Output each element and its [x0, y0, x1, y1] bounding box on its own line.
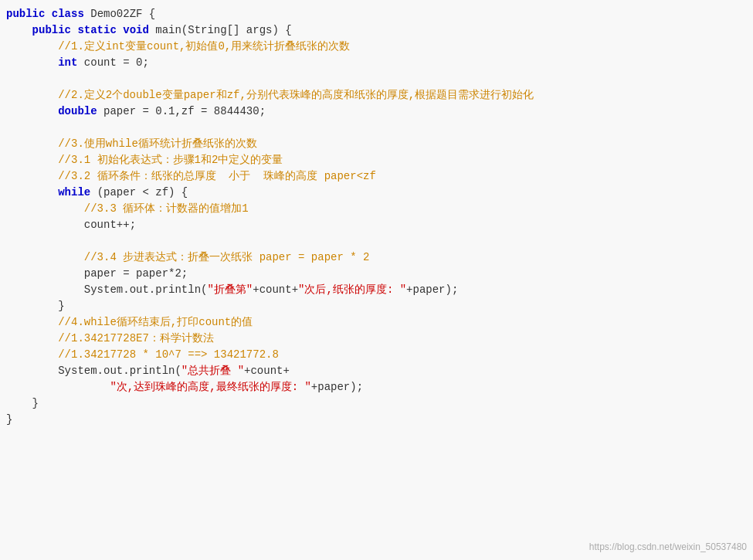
comment: //3.1 初始化表达式：步骤1和2中定义的变量: [6, 152, 283, 168]
plain-code: main(String[] args) {: [149, 22, 292, 39]
comment: //2.定义2个double变量paper和zf,分别代表珠峰的高度和纸张的厚度…: [6, 87, 534, 104]
code-line: paper = paper*2;: [0, 266, 753, 282]
plain-code: [6, 185, 58, 201]
keyword: while: [58, 185, 90, 201]
plain-code: +paper);: [406, 282, 458, 298]
plain-code: +paper);: [311, 379, 363, 395]
comment: //1.34217728 * 10^7 ==> 13421772.8: [6, 347, 279, 363]
plain-code: count++;: [6, 217, 136, 233]
code-line: [0, 233, 753, 249]
comment: //3.3 循环体：计数器的值增加1: [6, 201, 249, 217]
plain-code: paper = paper*2;: [6, 266, 188, 282]
code-lines: public class Demo02ZF { public static vo…: [0, 6, 753, 428]
comment: //4.while循环结束后,打印count的值: [6, 314, 253, 331]
code-line: //1.34217728E7：科学计数法: [0, 331, 753, 347]
string-literal: "次,达到珠峰的高度,最终纸张的厚度: ": [110, 379, 310, 395]
code-line: [0, 71, 753, 87]
keyword: public class: [6, 6, 84, 22]
plain-code: (paper < zf) {: [90, 185, 188, 201]
code-line: //3.2 循环条件：纸张的总厚度 小于 珠峰的高度 paper<zf: [0, 168, 753, 185]
comment: //3.4 步进表达式：折叠一次纸张 paper = paper * 2: [6, 249, 369, 266]
code-container: public class Demo02ZF { public static vo…: [0, 0, 753, 560]
plain-code: }: [6, 298, 65, 314]
code-line: System.out.println("总共折叠 "+count+: [0, 363, 753, 379]
code-line: System.out.println("折叠第"+count+"次后,纸张的厚度…: [0, 282, 753, 298]
plain-code: }: [6, 412, 12, 428]
keyword: double: [58, 104, 97, 120]
code-line: public class Demo02ZF {: [0, 6, 753, 22]
code-line: //3.4 步进表达式：折叠一次纸张 paper = paper * 2: [0, 249, 753, 266]
string-literal: "次后,纸张的厚度: ": [298, 282, 406, 298]
comment: //1.34217728E7：科学计数法: [6, 331, 214, 347]
keyword: public static void: [32, 22, 149, 39]
code-line: }: [0, 395, 753, 412]
plain-code: [6, 22, 32, 39]
code-line: count++;: [0, 217, 753, 233]
code-line: //3.1 初始化表达式：步骤1和2中定义的变量: [0, 152, 753, 168]
string-literal: "总共折叠 ": [181, 363, 244, 379]
code-line: [0, 120, 753, 136]
code-line: }: [0, 412, 753, 428]
keyword: int: [58, 55, 77, 71]
plain-code: [6, 55, 58, 71]
code-line: }: [0, 298, 753, 314]
plain-code: [6, 379, 110, 395]
comment: //3.2 循环条件：纸张的总厚度 小于 珠峰的高度 paper<zf: [6, 168, 376, 185]
code-line: while (paper < zf) {: [0, 185, 753, 201]
plain-code: +count+: [253, 282, 298, 298]
plain-code: count = 0;: [77, 55, 148, 71]
code-line: public static void main(String[] args) {: [0, 22, 753, 39]
code-line: "次,达到珠峰的高度,最终纸张的厚度: "+paper);: [0, 379, 753, 395]
plain-code: System.out.println(: [6, 282, 207, 298]
plain-code: System.out.println(: [6, 363, 181, 379]
code-line: //1.定义int变量count,初始值0,用来统计折叠纸张的次数: [0, 39, 753, 55]
comment: //3.使用while循环统计折叠纸张的次数: [6, 136, 257, 152]
code-line: int count = 0;: [0, 55, 753, 71]
watermark-text: https://blog.csdn.net/weixin_50537480: [589, 540, 747, 554]
string-literal: "折叠第": [207, 282, 253, 298]
plain-code: Demo02ZF {: [84, 6, 155, 22]
code-line: //4.while循环结束后,打印count的值: [0, 314, 753, 331]
plain-code: [6, 104, 58, 120]
code-line: //1.34217728 * 10^7 ==> 13421772.8: [0, 347, 753, 363]
plain-code: paper = 0.1,zf = 8844430;: [97, 104, 266, 120]
plain-code: +count+: [244, 363, 290, 379]
code-line: //2.定义2个double变量paper和zf,分别代表珠峰的高度和纸张的厚度…: [0, 87, 753, 104]
code-line: //3.3 循环体：计数器的值增加1: [0, 201, 753, 217]
code-line: double paper = 0.1,zf = 8844430;: [0, 104, 753, 120]
comment: //1.定义int变量count,初始值0,用来统计折叠纸张的次数: [6, 39, 350, 55]
code-line: //3.使用while循环统计折叠纸张的次数: [0, 136, 753, 152]
plain-code: }: [6, 395, 39, 412]
